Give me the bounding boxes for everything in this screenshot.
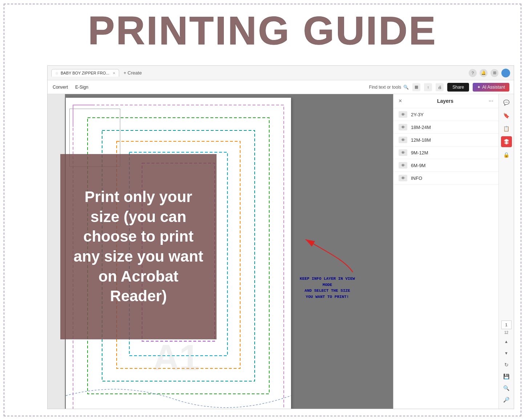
layers-sidebar-icon[interactable] [501,136,512,147]
layer-name: INFO [411,175,493,181]
total-pages: 12 [504,330,508,335]
right-sidebar: 💬 🔖 📋 🔒 1 12 ▲ ▼ ↻ 💾 🔍 🔎 [498,94,514,409]
new-tab-button[interactable]: + Create [121,69,145,76]
layer-name: 12M-18M [411,137,493,143]
layer-item-2y3y[interactable]: 👁 2Y-3Y [393,108,498,121]
thumbnail-icon[interactable]: ▦ [412,83,420,91]
tab-label: BABY BOY ZIPPER FRO... [61,71,109,75]
layer-item-9m12m[interactable]: 👁 9M-12M [393,146,498,159]
bell-icon[interactable]: 🔔 [480,69,488,77]
layers-list: 👁 2Y-3Y 👁 18M-24M 👁 12M-18M 👁 9M-12M 👁 [393,108,498,409]
layers-icon-svg [503,138,510,145]
layer-eye-icon[interactable]: 👁 [399,149,407,156]
current-page-box[interactable]: 1 [501,320,512,329]
save-icon[interactable]: 💾 [501,371,512,382]
layer-name: 9M-12M [411,150,493,156]
layer-eye-icon[interactable]: 👁 [399,175,407,181]
layer-name: 6M-9M [411,163,493,168]
tab-close-button[interactable]: × [113,71,115,75]
toolbar-left: Convert E-Sign [52,83,363,91]
search-label: Find text or tools [369,85,401,90]
layer-eye-icon[interactable]: 👁 [399,111,407,118]
bookmark-sidebar-icon[interactable]: 🔖 [501,110,512,121]
grid-icon[interactable]: ⊞ [490,69,498,77]
layer-item-12m18m[interactable]: 👁 12M-18M [393,134,498,146]
copy-sidebar-icon[interactable]: 📋 [501,123,512,134]
layers-panel: × Layers ··· 👁 2Y-3Y 👁 18M-24M 👁 12M-18M [393,94,498,409]
share-button[interactable]: Share [447,83,469,92]
search-area: Find text or tools 🔍 [369,85,409,90]
layers-title: Layers [437,98,453,104]
layers-close-button[interactable]: × [399,98,402,104]
browser-chrome: ☆ BABY BOY ZIPPER FRO... × + Create ? 🔔 … [48,66,514,80]
lock-sidebar-icon[interactable]: 🔒 [501,149,512,160]
annotation-text: KEEP INFO LAYER IN VIEW MODEAND SELECT T… [295,276,360,300]
pdf-canvas: A1 Print only your size (you can choose … [48,94,393,409]
ai-assistant-button[interactable]: ✦ AI Assistant [473,83,509,92]
layer-item-6m9m[interactable]: 👁 6M-9M [393,159,498,172]
active-tab[interactable]: ☆ BABY BOY ZIPPER FRO... × [51,69,119,77]
page-up-button[interactable]: ▲ [501,336,512,347]
search-icon[interactable]: 🔍 [403,85,409,90]
svg-text:A1: A1 [153,337,199,378]
overlay-box: Print only your size (you can choose to … [60,154,217,339]
layer-name: 18M-24M [411,125,493,130]
layer-item-info[interactable]: 👁 INFO [393,172,498,185]
print-icon[interactable]: 🖨 [436,83,444,91]
tab-bar: ☆ BABY BOY ZIPPER FRO... × + Create [51,69,466,77]
browser-right: ? 🔔 ⊞ [469,69,510,77]
screenshot-container: ☆ BABY BOY ZIPPER FRO... × + Create ? 🔔 … [47,65,514,409]
ai-icon: ✦ [477,85,481,90]
layers-more-button[interactable]: ··· [489,98,493,104]
page-controls: 1 12 ▲ ▼ ↻ 💾 🔍 🔎 [501,320,512,409]
refresh-icon[interactable]: ↻ [501,359,512,370]
page-title: PRINTING GUIDE [88,7,437,53]
ai-label: AI Assistant [482,85,505,90]
tab-star-icon: ☆ [55,71,58,75]
arrow-annotation [295,232,367,276]
help-icon[interactable]: ? [469,69,477,77]
toolbar: Convert E-Sign Find text or tools 🔍 ▦ ↑ … [48,80,514,94]
layer-eye-icon[interactable]: 👁 [399,162,407,169]
title-area: PRINTING GUIDE [0,7,525,53]
viewer-area: A1 Print only your size (you can choose … [48,94,514,409]
comment-sidebar-icon[interactable]: 💬 [501,97,512,108]
overlay-text: Print only your size (you can choose to … [71,187,206,306]
layer-name: 2Y-3Y [411,112,493,117]
zoom-in-icon[interactable]: 🔍 [501,383,512,393]
convert-button[interactable]: Convert [52,83,69,91]
layer-eye-icon[interactable]: 👁 [399,137,407,143]
layer-item-18m24m[interactable]: 👁 18M-24M [393,121,498,134]
zoom-out-icon[interactable]: 🔎 [501,394,512,405]
upload-icon[interactable]: ↑ [424,83,432,91]
page-down-button[interactable]: ▼ [501,348,512,359]
layer-eye-icon[interactable]: 👁 [399,124,407,130]
toolbar-right: Find text or tools 🔍 ▦ ↑ 🖨 Share ✦ AI As… [369,83,509,92]
user-avatar[interactable] [501,69,510,77]
layers-header: × Layers ··· [393,94,498,108]
esign-button[interactable]: E-Sign [74,83,89,91]
